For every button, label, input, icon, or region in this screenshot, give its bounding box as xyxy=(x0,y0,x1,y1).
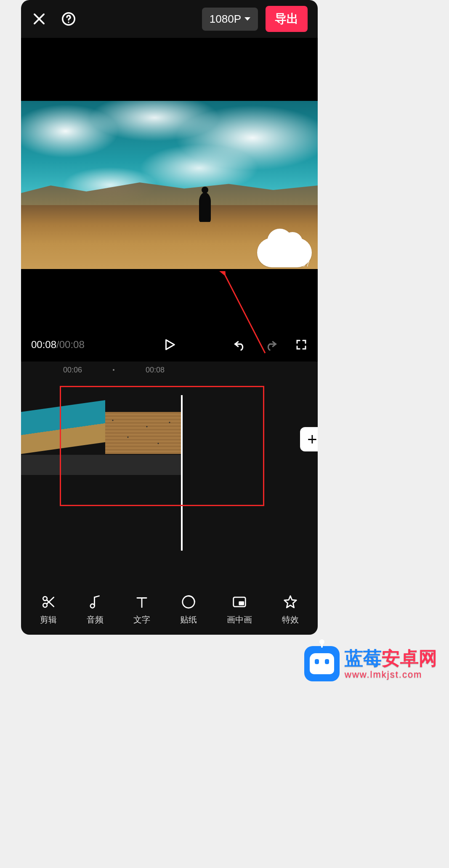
tool-text[interactable]: 文字 xyxy=(133,594,150,625)
tool-sticker[interactable]: 贴纸 xyxy=(180,594,197,625)
tool-audio[interactable]: 音频 xyxy=(87,594,104,625)
tool-label: 音频 xyxy=(87,614,104,625)
sticker-icon xyxy=(181,594,197,610)
video-editor-app: 1080P 导出 vWv97 00:08 / 00:08 xyxy=(21,0,318,635)
total-time-label: 00:08 xyxy=(59,339,85,351)
caret-down-icon xyxy=(244,17,250,21)
tool-label: 贴纸 xyxy=(180,614,197,625)
right-controls xyxy=(233,338,308,352)
pip-icon xyxy=(231,594,247,610)
effects-icon xyxy=(282,594,298,610)
ruler-tick-2: 00:08 xyxy=(146,366,165,375)
time-separator: / xyxy=(56,339,59,351)
svg-marker-16 xyxy=(284,596,296,608)
plus-icon: + xyxy=(307,430,317,449)
svg-point-3 xyxy=(68,21,69,23)
undo-icon xyxy=(233,338,247,352)
svg-rect-15 xyxy=(239,601,244,605)
close-icon xyxy=(31,11,47,27)
current-time-label: 00:08 xyxy=(31,339,56,351)
video-preview[interactable]: vWv97 xyxy=(21,101,318,269)
tool-label: 画中画 xyxy=(227,614,252,625)
timeline-ruler[interactable]: 00:06 00:08 xyxy=(21,361,318,378)
watermark-logo-icon xyxy=(304,646,340,681)
help-icon xyxy=(61,11,77,27)
tool-effects[interactable]: 特效 xyxy=(282,594,299,625)
text-icon xyxy=(134,594,150,610)
export-button[interactable]: 导出 xyxy=(266,6,308,32)
resolution-button[interactable]: 1080P xyxy=(202,8,258,31)
help-button[interactable] xyxy=(61,11,77,27)
watermark-brand: 蓝莓安卓网 xyxy=(345,648,437,669)
tool-label: 剪辑 xyxy=(40,614,57,625)
video-track[interactable] xyxy=(21,412,181,454)
audio-track[interactable] xyxy=(21,455,181,475)
preview-person xyxy=(199,193,211,222)
fullscreen-button[interactable] xyxy=(295,338,308,351)
watermark-url: www.lmkjst.com xyxy=(345,669,437,680)
play-icon xyxy=(162,338,177,352)
tool-label: 文字 xyxy=(133,614,150,625)
undo-button[interactable] xyxy=(233,338,247,352)
bottom-toolbar: 剪辑 音频 文字 贴纸 画中画 特效 xyxy=(21,594,318,629)
music-note-icon xyxy=(87,594,103,610)
fullscreen-icon xyxy=(295,338,308,351)
timeline[interactable]: + xyxy=(21,378,318,559)
tool-pip[interactable]: 画中画 xyxy=(227,594,252,625)
header-left xyxy=(31,11,77,27)
header-bar: 1080P 导出 xyxy=(21,0,318,38)
preview-zone: vWv97 00:08 / 00:08 xyxy=(21,38,318,361)
play-button[interactable] xyxy=(162,338,177,352)
svg-marker-4 xyxy=(166,340,174,350)
header-right: 1080P 导出 xyxy=(202,6,308,32)
video-clip-1[interactable] xyxy=(21,400,105,454)
scissors-icon xyxy=(40,594,56,610)
add-clip-button[interactable]: + xyxy=(300,427,318,451)
playback-controls: 00:08 / 00:08 xyxy=(21,328,318,361)
resolution-label: 1080P xyxy=(210,13,241,26)
ruler-tick-1: 00:06 xyxy=(63,366,82,375)
site-watermark: 蓝莓安卓网 www.lmkjst.com xyxy=(304,646,437,681)
playhead[interactable] xyxy=(181,395,183,551)
video-clip-2[interactable] xyxy=(105,412,181,454)
preview-watermark-text: vWv97 xyxy=(287,261,310,268)
tool-edit[interactable]: 剪辑 xyxy=(40,594,57,625)
close-button[interactable] xyxy=(31,11,47,27)
redo-icon xyxy=(264,338,278,352)
tool-label: 特效 xyxy=(282,614,299,625)
redo-button[interactable] xyxy=(264,338,278,352)
ruler-dot xyxy=(113,369,114,371)
